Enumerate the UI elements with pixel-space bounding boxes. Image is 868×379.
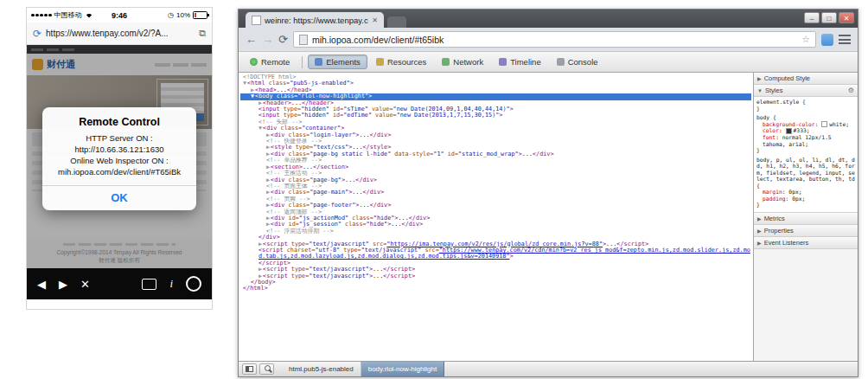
screenshot-icon[interactable]	[142, 279, 156, 290]
dom-tree-line[interactable]: <!-- 浮层活动排期 -->	[240, 228, 751, 234]
back-icon[interactable]: ◀	[37, 279, 46, 290]
modal-line: HTTP Server ON :	[42, 132, 196, 144]
disclosure-arrow-icon[interactable]: ▶	[757, 228, 762, 234]
browser-address-bar: ← → ⟳ mih.iopoa.com/dev/client/#t65ibk ☆	[239, 28, 858, 52]
css-selector: body, p, ul, ol, li, dl, dt, dd, h1, h2,…	[756, 157, 855, 190]
dom-tree-line[interactable]: </body>	[240, 279, 751, 286]
css-rule[interactable]: body, p, ul, ol, li, dl, dt, dd, h1, h2,…	[756, 157, 855, 209]
menu-icon[interactable]	[839, 35, 851, 44]
dom-tree-line[interactable]: ▶<script type="text/javascript">...</scr…	[240, 273, 751, 279]
breadcrumb-item[interactable]: body.rlol-now-highlight	[361, 362, 444, 376]
toolbar-button-elements[interactable]: Elements	[308, 55, 367, 69]
toolbar-button-label: Console	[568, 57, 598, 67]
tab-close-icon[interactable]: ✕	[372, 16, 378, 24]
window-close-button[interactable]: ✕	[839, 12, 854, 23]
disclosure-arrow-icon[interactable]: ▶	[757, 75, 762, 81]
modal-line: mih.iopoa.com/dev/client/#T65iBk	[42, 166, 196, 177]
breadcrumb-item[interactable]: html.pub5-js-enabled	[282, 362, 361, 376]
css-selector: body {	[756, 114, 855, 121]
section-label: Properties	[764, 227, 794, 234]
css-property[interactable]: font: normal 12px/1.5 tahoma, arial;	[756, 134, 855, 147]
dom-tree-line[interactable]: <input type="hidden" id="edTime" value="…	[240, 112, 751, 119]
toolbar-button-console[interactable]: Console	[550, 55, 605, 69]
ok-button[interactable]: OK	[42, 185, 196, 210]
toolbar-button-label: Resources	[387, 57, 426, 67]
extension-icon[interactable]	[821, 34, 833, 46]
close-icon[interactable]: ✕	[80, 279, 90, 290]
maximize-button[interactable]: □	[821, 12, 837, 23]
minimize-button[interactable]: –	[804, 12, 820, 23]
browser-tab[interactable]: weinre: https://www.tenpay.com/v2/?A... …	[246, 12, 384, 28]
disclosure-arrow-icon[interactable]: ▼	[757, 88, 763, 93]
info-icon[interactable]: i	[169, 277, 173, 291]
dom-tree-line[interactable]: ▶<div class="page-main">...</div>	[240, 190, 751, 196]
toolbar-separator	[302, 56, 303, 68]
battery-icon	[193, 11, 207, 19]
gear-icon[interactable]: ⚙	[848, 87, 854, 94]
dock-icon	[246, 366, 253, 372]
css-property[interactable]: padding: 0px;	[756, 196, 855, 202]
resources-panel-icon	[376, 58, 384, 66]
refresh-icon[interactable]: ⟳	[33, 29, 41, 39]
battery-percent-label: 10%	[176, 11, 190, 19]
tab-favicon	[252, 16, 261, 25]
styles-rules: element.style {}body {background-color: …	[754, 97, 858, 213]
window-title-bar[interactable]: weinre: https://www.tenpay.com/v2/?A... …	[239, 10, 858, 28]
disclosure-arrow-icon[interactable]: ▶	[757, 215, 762, 222]
remote-control-toolbar: ◀ ▶ ✕ i	[27, 268, 212, 299]
elements-panel-icon	[315, 58, 322, 66]
toolbar-button-timeline[interactable]: Timeline	[492, 55, 548, 69]
record-button-icon[interactable]	[186, 276, 201, 292]
new-tab-button[interactable]	[387, 16, 406, 28]
bookmark-star-icon[interactable]: ☆	[801, 34, 810, 45]
css-rule[interactable]: element.style {}	[756, 99, 855, 112]
css-property[interactable]: margin: 0px;	[756, 189, 855, 196]
omnibox[interactable]: mih.iopoa.com/dev/client/#t65ibk ☆	[293, 31, 816, 48]
back-button[interactable]: ←	[246, 34, 257, 45]
inspector-content: <!DOCTYPE html>▼<html class="pub5-js-ena…	[239, 73, 858, 361]
breadcrumb: html.pub5-js-enabledbody.rlol-now-highli…	[282, 362, 444, 376]
computed-style-section[interactable]: ▶ Computed Style	[754, 73, 858, 85]
metrics-section[interactable]: ▶ Metrics	[754, 213, 858, 225]
css-rule[interactable]: body {background-color: white;color: #33…	[756, 114, 855, 154]
properties-section[interactable]: ▶ Properties	[754, 225, 858, 237]
inspect-element-button[interactable]	[259, 363, 274, 375]
css-property[interactable]: background-color: white;	[756, 121, 855, 128]
dom-tree-line[interactable]: ▼<html class="pub5-js-enabled">	[240, 80, 751, 87]
toolbar-button-resources[interactable]: Resources	[369, 55, 433, 69]
section-label: Styles	[765, 87, 782, 94]
safari-address-bar[interactable]: ⟳ https://www.tenpay.com/v2/?A... ⧉	[27, 22, 212, 45]
disclosure-arrow-icon[interactable]: ▶	[757, 240, 762, 246]
timeline-panel-icon	[499, 58, 507, 66]
css-property[interactable]: color: #333;	[756, 127, 855, 134]
dom-tree-line[interactable]: </html>	[240, 286, 751, 292]
listeners-section[interactable]: ▶ Event Listeners	[754, 237, 858, 249]
dom-tree: <!DOCTYPE html>▼<html class="pub5-js-ena…	[239, 73, 753, 361]
expand-arrow-icon: ▼	[258, 125, 262, 132]
dom-tree-line[interactable]: <script charset="utf-8" type="text/javas…	[240, 247, 751, 260]
expand-arrow-icon: ▶	[258, 266, 262, 273]
modal-line: Online Web Inspector ON :	[42, 155, 196, 166]
color-swatch	[786, 128, 792, 134]
chrome-window: weinre: https://www.tenpay.com/v2/?A... …	[238, 9, 858, 377]
reload-button[interactable]: ⟳	[278, 34, 288, 45]
url-text[interactable]: mih.iopoa.com/dev/client/#t65ibk	[312, 35, 797, 45]
forward-icon[interactable]: ▶	[59, 279, 67, 290]
phone-bottom-strip	[27, 299, 212, 309]
color-swatch	[821, 121, 827, 127]
inspector-status-bar: html.pub5-js-enabledbody.rlol-now-highli…	[239, 361, 858, 376]
dialog-title: Remote Control	[42, 107, 196, 132]
section-label: Computed Style	[764, 74, 810, 82]
forward-button[interactable]: →	[262, 34, 273, 45]
toolbar-button-remote[interactable]: Remote	[243, 55, 297, 69]
toolbar-button-network[interactable]: Network	[435, 55, 490, 69]
styles-sidebar: ▶ Computed Style ▼ Styles ⚙ element.styl…	[753, 73, 858, 361]
tabs-icon[interactable]: ⧉	[199, 28, 206, 39]
section-label: Metrics	[764, 215, 785, 222]
dock-side-button[interactable]	[242, 363, 257, 375]
styles-section[interactable]: ▼ Styles ⚙	[754, 85, 858, 97]
toolbar-button-label: Network	[453, 57, 483, 67]
toolbar-button-label: Timeline	[510, 57, 541, 67]
webpage-content: 财付通 Copyright©1998-2014 Tenpay All Right…	[27, 45, 212, 268]
tab-title: weinre: https://www.tenpay.com/v2/?A...	[265, 16, 368, 25]
